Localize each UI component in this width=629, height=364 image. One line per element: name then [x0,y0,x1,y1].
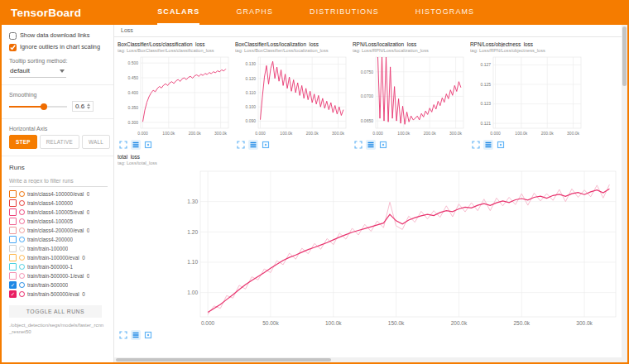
run-item[interactable]: ✓train/train-500000 [9,280,108,290]
axis-step-button[interactable]: STEP [9,135,37,149]
classification-loss-chart[interactable]: 0.000100.0k200.0k300.0k0.3000.3500.4000.… [118,54,233,138]
total-loss-chart[interactable]: 0.00050.00k100.0k150.0k200.0k250.0k300.0… [118,166,622,328]
fullscreen-icon[interactable] [471,140,481,150]
smoothing-value-box[interactable]: 0.6 [72,101,94,112]
slider-knob[interactable] [41,103,47,110]
run-checkbox[interactable]: ✓ [9,290,17,298]
run-item[interactable]: train/class4-100000/eval_0 [9,189,108,199]
run-checkbox[interactable] [9,245,17,252]
run-name: train/class4-100000/eval_0 [27,191,89,197]
tooltip-sorting-value: default [10,67,30,74]
svg-text:0.130: 0.130 [245,61,256,66]
run-item[interactable]: ✓train/train-500000/eval_0 [9,290,108,299]
fullscreen-icon[interactable] [118,140,128,150]
svg-text:200.0k: 200.0k [424,131,437,136]
spinner-arrows-icon[interactable] [87,103,90,109]
horizontal-scrollbar [114,357,622,362]
fullscreen-icon[interactable] [236,140,246,150]
run-color-swatch [19,209,25,215]
run-item[interactable]: train/class4-100005/eval_0 [9,208,108,217]
divider [2,84,113,85]
svg-text:100.0k: 100.0k [515,131,528,136]
axis-relative-button[interactable]: RELATIVE [40,135,79,149]
run-checkbox[interactable] [9,272,17,280]
svg-text:100.0k: 100.0k [280,131,293,136]
data-table-icon[interactable] [483,140,493,150]
run-checkbox[interactable] [9,254,17,261]
run-item[interactable]: train/class4-200000 [9,235,108,244]
svg-text:0.0750: 0.0750 [361,69,374,74]
run-checkbox[interactable] [9,199,17,207]
run-name: train/train-500000 [27,282,68,288]
fullscreen-icon[interactable] [118,330,128,340]
run-name: train/class4-100005/eval_0 [27,209,89,215]
box-localization-loss-chart[interactable]: 0.000100.0k200.0k300.0k0.0900.1000.1100.… [235,54,351,138]
run-item[interactable]: train/train-500000-1 [9,262,108,271]
run-item[interactable]: train/class4-100005 [9,217,108,226]
svg-text:300.0k: 300.0k [214,131,228,136]
rpn-localization-loss-chart[interactable]: 0.000100.0k200.0k300.0k0.06500.07000.075… [353,54,468,138]
objectness-loss-chart[interactable]: 0.000100.0k200.0k300.0k0.1210.1230.1250.… [470,54,586,138]
data-table-icon[interactable] [131,140,141,150]
run-checkbox[interactable] [9,227,17,234]
smoothing-value: 0.6 [75,103,84,110]
ignore-outliers-checkbox[interactable] [9,44,17,51]
show-download-links-row[interactable]: Show data download links [9,31,108,40]
run-checkbox[interactable] [9,236,17,243]
run-item[interactable]: train/train-100000/eval_0 [9,253,108,262]
run-item[interactable]: train/class4-200000/eval_0 [9,226,108,235]
smoothing-label: Smoothing [9,92,108,98]
smoothing-slider[interactable] [9,103,67,111]
chart-footer [353,138,468,150]
chart-footer [118,328,622,340]
show-download-links-checkbox[interactable] [9,32,17,40]
fullscreen-icon[interactable] [353,140,363,150]
horizontal-scrollbar-thumb[interactable] [116,358,331,362]
category-header-loss[interactable]: Loss [114,25,622,37]
run-color-swatch [19,191,25,197]
chart-title: RPN/Loss/objectness_loss [470,41,586,47]
pin-icon[interactable] [496,140,506,150]
tab-distributions[interactable]: DISTRIBUTIONS [310,0,379,25]
tensorboard-app: TensorBoard SCALARS GRAPHS DISTRIBUTIONS… [0,0,629,364]
chart-footer [470,138,586,150]
chart-title: BoxClassifier/Loss/localization_loss [235,41,351,47]
svg-text:300.0k: 300.0k [449,131,463,136]
tab-histograms[interactable]: HISTOGRAMS [415,0,474,25]
svg-text:0.121: 0.121 [480,121,491,126]
caret-down-icon [60,69,65,73]
runs-section-label: Runs [9,164,108,171]
run-item[interactable]: train/train-100000 [9,244,108,253]
run-checkbox[interactable] [9,218,17,225]
run-checkbox[interactable] [9,208,17,216]
pin-icon[interactable] [143,140,153,150]
svg-text:1.10: 1.10 [187,259,198,265]
chart-title: RPN/Loss/localization_loss [353,41,468,47]
tab-graphs[interactable]: GRAPHS [236,0,273,25]
ignore-outliers-row[interactable]: Ignore outliers in chart scaling [9,43,108,51]
toggle-all-runs-button[interactable]: TOGGLE ALL RUNS [9,305,102,318]
pin-icon[interactable] [143,330,153,340]
svg-text:0.110: 0.110 [246,90,256,95]
run-name: train/train-100000 [27,246,68,251]
run-checkbox[interactable]: ✓ [9,281,17,289]
runs-filter-input[interactable] [9,175,108,187]
pin-icon[interactable] [261,140,271,150]
run-checkbox[interactable] [9,263,17,271]
svg-text:1.20: 1.20 [187,229,198,235]
tooltip-sorting-select[interactable]: default [9,66,66,78]
data-table-icon[interactable] [248,140,258,150]
data-table-icon[interactable] [131,330,141,340]
pin-icon[interactable] [378,140,388,150]
run-item[interactable]: train/class4-100000 [9,199,108,208]
divider [2,156,113,156]
tab-scalars[interactable]: SCALARS [157,0,199,25]
axis-wall-button[interactable]: WALL [82,135,110,149]
tooltip-sorting-label: Tooltip sorting method: [9,58,108,64]
svg-text:200.0k: 200.0k [451,320,468,326]
svg-text:0.100: 0.100 [245,104,256,109]
run-item[interactable]: train/train-500000-1/eval_0 [9,271,108,280]
vertical-scrollbar-thumb[interactable] [622,26,627,86]
data-table-icon[interactable] [366,140,376,150]
run-checkbox[interactable] [9,190,17,198]
